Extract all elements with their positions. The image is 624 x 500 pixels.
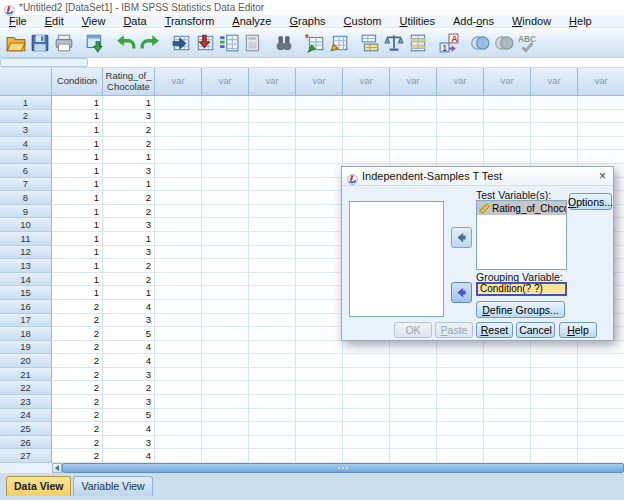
spell-check-icon[interactable]: ABC (516, 30, 540, 56)
cell-empty[interactable] (296, 395, 343, 409)
var-column-header[interactable]: var (484, 68, 531, 96)
find-icon[interactable] (272, 30, 296, 56)
scrollbar-thumb[interactable] (62, 463, 624, 473)
cell-empty[interactable] (578, 381, 624, 395)
cell-empty[interactable] (202, 137, 249, 151)
cell-empty[interactable] (531, 409, 578, 423)
menu-transform[interactable]: Transform (156, 15, 224, 28)
row-header[interactable]: 6 (0, 164, 52, 178)
cell-condition[interactable]: 1 (52, 123, 103, 137)
cell-empty[interactable] (531, 354, 578, 368)
cell-empty[interactable] (249, 327, 296, 341)
cell-condition[interactable]: 2 (52, 381, 103, 395)
cell-empty[interactable] (296, 191, 343, 205)
cell-empty[interactable] (343, 150, 390, 164)
cell-empty[interactable] (202, 218, 249, 232)
column-header-rating[interactable]: Rating_of_Chocolate (103, 68, 155, 96)
cell-empty[interactable] (249, 354, 296, 368)
menu-graphs[interactable]: Graphs (280, 15, 334, 28)
cell-empty[interactable] (343, 381, 390, 395)
descriptives-icon[interactable] (241, 30, 265, 56)
variables-icon[interactable] (217, 30, 241, 56)
var-column-header[interactable]: var (437, 68, 484, 96)
cell-empty[interactable] (296, 381, 343, 395)
cell-empty[interactable] (155, 327, 202, 341)
horizontal-scrollbar[interactable] (0, 463, 624, 473)
cell-empty[interactable] (437, 123, 484, 137)
cell-empty[interactable] (202, 341, 249, 355)
cell-rating[interactable]: 1 (103, 286, 155, 300)
row-header[interactable]: 22 (0, 381, 52, 395)
cell-rating[interactable]: 1 (103, 178, 155, 192)
use-variable-sets-icon[interactable] (468, 30, 492, 56)
row-header[interactable]: 13 (0, 259, 52, 273)
cell-empty[interactable] (578, 110, 624, 124)
cell-condition[interactable]: 2 (52, 436, 103, 450)
cell-empty[interactable] (249, 246, 296, 260)
cell-empty[interactable] (249, 314, 296, 328)
test-variables-list[interactable]: Rating_of_Chocolate (476, 200, 567, 270)
cell-empty[interactable] (484, 381, 531, 395)
row-header[interactable]: 17 (0, 314, 52, 328)
cell-rating[interactable]: 4 (103, 449, 155, 463)
cell-condition[interactable]: 1 (52, 110, 103, 124)
help-button[interactable]: Help (559, 322, 597, 338)
cell-value-input[interactable] (88, 58, 624, 67)
var-column-header[interactable]: var (578, 68, 624, 96)
cell-empty[interactable] (484, 422, 531, 436)
row-header[interactable]: 25 (0, 422, 52, 436)
cell-rating[interactable]: 3 (103, 314, 155, 328)
column-header-condition[interactable]: Condition (52, 68, 103, 96)
var-column-header[interactable]: var (155, 68, 202, 96)
cell-condition[interactable]: 2 (52, 422, 103, 436)
cell-empty[interactable] (155, 123, 202, 137)
row-header[interactable]: 21 (0, 368, 52, 382)
cell-empty[interactable] (155, 164, 202, 178)
cell-empty[interactable] (155, 232, 202, 246)
options-button[interactable]: Options... (569, 193, 612, 210)
cell-empty[interactable] (249, 150, 296, 164)
var-column-header[interactable]: var (390, 68, 437, 96)
cell-condition[interactable]: 2 (52, 354, 103, 368)
cell-empty[interactable] (531, 110, 578, 124)
cell-condition[interactable]: 1 (52, 178, 103, 192)
select-cases-icon[interactable] (406, 30, 430, 56)
row-header[interactable]: 20 (0, 354, 52, 368)
cell-empty[interactable] (202, 436, 249, 450)
cell-empty[interactable] (390, 354, 437, 368)
cell-empty[interactable] (155, 300, 202, 314)
cell-empty[interactable] (296, 341, 343, 355)
cell-empty[interactable] (202, 273, 249, 287)
cell-empty[interactable] (296, 300, 343, 314)
cell-empty[interactable] (437, 341, 484, 355)
cell-empty[interactable] (249, 232, 296, 246)
cell-empty[interactable] (484, 123, 531, 137)
cell-empty[interactable] (296, 449, 343, 463)
undo-icon[interactable] (114, 30, 138, 56)
cell-empty[interactable] (531, 395, 578, 409)
goto-variable-icon[interactable] (193, 30, 217, 56)
insert-variable-icon[interactable] (327, 30, 351, 56)
cell-rating[interactable]: 2 (103, 191, 155, 205)
row-header[interactable]: 24 (0, 409, 52, 423)
cell-empty[interactable] (296, 246, 343, 260)
cell-empty[interactable] (296, 422, 343, 436)
cell-empty[interactable] (202, 422, 249, 436)
cell-empty[interactable] (296, 368, 343, 382)
cell-empty[interactable] (437, 354, 484, 368)
cell-empty[interactable] (484, 137, 531, 151)
cell-empty[interactable] (437, 110, 484, 124)
cell-empty[interactable] (343, 123, 390, 137)
cell-empty[interactable] (343, 354, 390, 368)
cell-empty[interactable] (155, 341, 202, 355)
cell-condition[interactable]: 1 (52, 164, 103, 178)
cell-empty[interactable] (202, 286, 249, 300)
row-header[interactable]: 27 (0, 449, 52, 463)
cell-empty[interactable] (578, 123, 624, 137)
cell-empty[interactable] (578, 395, 624, 409)
cell-empty[interactable] (155, 218, 202, 232)
cell-rating[interactable]: 4 (103, 300, 155, 314)
cell-condition[interactable]: 1 (52, 150, 103, 164)
cell-empty[interactable] (202, 150, 249, 164)
cell-empty[interactable] (531, 449, 578, 463)
